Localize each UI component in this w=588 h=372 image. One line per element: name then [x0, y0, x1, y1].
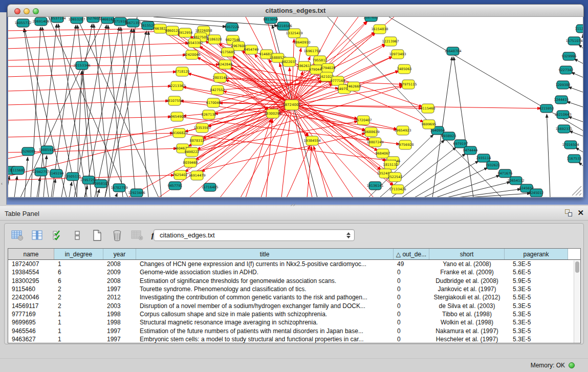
graph-node[interactable]: 17975115 [400, 80, 417, 89]
graph-node[interactable]: 16782759 [111, 184, 127, 192]
graph-node[interactable]: 14671355 [124, 19, 141, 27]
graph-node[interactable]: 9777169 [331, 76, 345, 85]
table-row[interactable]: 1872400712008Changes of HCN gene express… [8, 260, 580, 268]
graph-node[interactable]: 18537194 [49, 17, 66, 23]
graph-node[interactable]: 19166823 [170, 128, 187, 138]
graph-node[interactable]: 14055712 [14, 19, 31, 27]
graph-node[interactable]: 15716485 [201, 183, 218, 191]
graph-node[interactable]: 8471676 [498, 169, 513, 178]
table-settings-icon[interactable] [11, 229, 24, 242]
graph-node[interactable]: 8938923 [442, 132, 456, 140]
table-panel-titlebar[interactable]: Table Panel ✕ [0, 206, 588, 221]
graph-node[interactable]: 9699695 [422, 120, 437, 129]
graph-node[interactable]: 10958107 [92, 180, 109, 188]
column-header-out_de[interactable]: △ out_de... [394, 249, 429, 259]
graph-node[interactable]: 12923446 [128, 189, 145, 197]
graph-node[interactable]: 9329966 [562, 52, 577, 60]
graph-node[interactable]: 8813054 [264, 17, 278, 24]
column-header-pagerank[interactable]: pagerank [505, 249, 568, 259]
graph-node[interactable]: 12213967 [382, 37, 399, 46]
network-window-titlebar[interactable]: citations_edges.txt [7, 4, 584, 17]
graph-node[interactable]: 7462669 [346, 82, 361, 91]
graph-node[interactable]: 10654112 [507, 177, 524, 185]
table-scrollbar[interactable] [574, 260, 580, 343]
graph-node[interactable]: 8186328 [207, 35, 222, 44]
graph-node[interactable]: 8454749 [244, 45, 259, 54]
graph-node[interactable]: 79756928 [397, 140, 413, 149]
network-window[interactable]: citations_edges.txt 14055712206914061853… [7, 4, 584, 198]
graph-node[interactable]: 9245012 [529, 189, 544, 197]
graph-node[interactable]: 1527602 [86, 17, 101, 23]
graph-node[interactable]: 18807249 [366, 138, 383, 147]
graph-node[interactable]: 16210643 [554, 111, 571, 119]
graph-node[interactable]: 16961758 [303, 47, 320, 56]
column-header-title[interactable]: title [136, 249, 394, 259]
column-visibility-icon[interactable] [31, 229, 44, 242]
graph-node[interactable]: 10653287 [68, 17, 85, 24]
minimize-window-button[interactable] [24, 8, 30, 14]
table-row[interactable]: 946554611997Estimation of the future num… [8, 326, 580, 335]
graph-node[interactable]: 8912954 [178, 28, 193, 37]
graph-node[interactable]: 8215953 [539, 104, 554, 113]
table-row[interactable]: 911546021997Tourette syndrome. Phenomeno… [8, 285, 580, 293]
graph-node[interactable]: 9175685 [221, 48, 235, 57]
delete-icon[interactable] [111, 229, 124, 242]
table-selector-dropdown[interactable]: citations_edges.txt [154, 229, 355, 241]
graph-node[interactable]: 15751074 [565, 37, 582, 45]
graph-node[interactable]: 1209388 [556, 81, 571, 89]
graph-node[interactable]: 2526085 [21, 147, 36, 156]
close-window-button[interactable] [14, 8, 20, 14]
graph-node[interactable]: 19384554 [303, 136, 320, 145]
graph-node[interactable]: 2803144 [213, 73, 228, 82]
new-file-icon[interactable] [91, 229, 104, 242]
graph-node[interactable]: 1815132 [383, 160, 398, 169]
graph-node[interactable]: 20153346 [73, 61, 90, 70]
delete-table-icon[interactable] [130, 229, 144, 242]
graph-node[interactable]: 14136141 [366, 182, 383, 190]
graph-node[interactable]: 9474444 [463, 146, 478, 155]
graph-node[interactable]: 1115683 [11, 166, 26, 174]
graph-node[interactable]: 18107554 [166, 96, 183, 105]
graph-node[interactable]: 12213363 [168, 81, 185, 91]
graph-node[interactable]: 9115460 [421, 104, 435, 113]
column-header-short[interactable]: short [429, 249, 505, 259]
memory-status-icon[interactable] [569, 362, 575, 368]
select-rows-icon[interactable] [51, 229, 64, 242]
graph-node[interactable]: 19654903 [168, 112, 185, 121]
scrollbar-thumb[interactable] [575, 261, 579, 273]
column-header-in_degree[interactable]: in_degree [54, 249, 103, 259]
graph-node[interactable]: 8878312 [190, 136, 205, 145]
graph-node[interactable]: 7957224 [225, 23, 239, 31]
graph-node[interactable]: 13505135 [64, 172, 81, 181]
graph-node[interactable]: 18640910 [293, 38, 310, 47]
table-row[interactable]: 1830029562008Estimation of significance … [8, 277, 580, 285]
graph-node[interactable]: 2522547 [388, 172, 403, 182]
graph-node[interactable]: 9457791 [168, 182, 183, 190]
graph-node[interactable]: 15720407 [355, 116, 372, 125]
table-row[interactable]: 2242004622012Investigating the contribut… [8, 293, 580, 301]
graph-node[interactable]: 9498222 [185, 147, 200, 157]
graph-node[interactable]: 19885914 [38, 146, 55, 154]
table-row[interactable]: 946362711997Embryonic stem cells: a mode… [8, 335, 580, 343]
float-panel-icon[interactable] [565, 209, 572, 216]
graph-node[interactable]: 7625402 [173, 170, 188, 180]
graph-node[interactable]: 8427552 [210, 85, 225, 95]
canvas-resize-grip[interactable] [571, 185, 582, 196]
column-header-year[interactable]: year [103, 249, 136, 259]
graph-node[interactable]: 4170046 [206, 98, 221, 107]
close-icon[interactable]: ✕ [577, 209, 584, 216]
citation-network-graph[interactable]: 1405571220691406185371941065328715276026… [8, 17, 583, 198]
graph-node[interactable]: 9227342 [559, 66, 574, 74]
graph-node[interactable]: 16543392 [186, 38, 203, 48]
graph-node[interactable]: 12942757 [32, 168, 49, 176]
collapse-arrow-icon[interactable]: ‹ [1, 181, 3, 186]
graph-node[interactable]: 7932621 [486, 161, 500, 169]
graph-node[interactable]: 16648784 [444, 47, 461, 55]
graph-node[interactable]: 16914479 [188, 171, 205, 180]
graph-node[interactable]: 17133426 [389, 185, 406, 194]
graph-node[interactable]: 8267130 [202, 110, 216, 119]
rows-icon[interactable] [71, 229, 84, 242]
graph-node[interactable]: 10973493 [389, 50, 406, 59]
table-row[interactable]: 1456911722003Disruption of a novel membe… [8, 301, 580, 310]
graph-node[interactable]: 20691406 [32, 17, 49, 26]
